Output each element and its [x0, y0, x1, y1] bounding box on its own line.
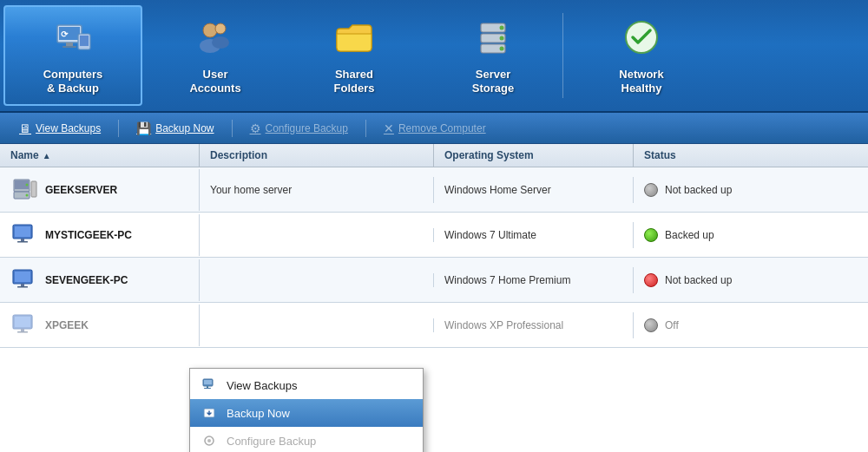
nav-shared-folders[interactable]: Shared Folders [285, 0, 424, 111]
user-accounts-icon [194, 16, 236, 61]
server-storage-icon [472, 16, 514, 61]
server-icon [10, 176, 38, 204]
context-view-backups-label: View Backups [227, 379, 297, 392]
context-configure-backup-label: Configure Backup [227, 435, 316, 448]
computers-backup-icon: ⟳ [52, 16, 94, 61]
svg-rect-35 [17, 331, 28, 333]
cell-name-mysticgeek: MYSTICGEEK-PC [0, 214, 200, 256]
svg-point-16 [500, 46, 504, 50]
computer-icon [10, 221, 38, 249]
svg-point-22 [26, 193, 29, 196]
svg-rect-31 [17, 286, 28, 288]
content-area: Name ▲ Description Operating System Stat… [0, 144, 868, 452]
context-menu-configure-backup[interactable]: Configure Backup [190, 427, 423, 452]
view-backups-icon: 🖥 [19, 121, 31, 135]
cell-desc-geekserver: Your home server [200, 177, 434, 203]
nav-computers-backup-label: Computers & Backup [43, 68, 103, 95]
sort-asc-icon: ▲ [43, 151, 51, 160]
svg-point-14 [500, 36, 504, 40]
svg-rect-23 [31, 181, 36, 197]
nav-network-healthy-label: Network Healthy [619, 68, 663, 95]
svg-rect-29 [15, 272, 30, 282]
col-status: Status [634, 144, 868, 167]
col-description: Description [200, 144, 434, 167]
computer-icon [10, 311, 38, 339]
nav-shared-folders-label: Shared Folders [334, 68, 375, 95]
svg-rect-39 [204, 388, 211, 389]
cell-status-xpgeek: Off [634, 311, 868, 339]
svg-point-21 [26, 183, 29, 186]
context-menu-backup-now[interactable]: Backup Now ↖ [190, 399, 423, 427]
svg-rect-34 [21, 329, 24, 331]
cell-desc-mysticgeek [200, 228, 434, 242]
col-os: Operating System [434, 144, 634, 167]
svg-rect-26 [21, 239, 24, 241]
status-dot-grey [644, 183, 658, 197]
cell-name-geekserver: GEEKSERVER [0, 169, 200, 211]
mysticgeek-name: MYSTICGEEK-PC [45, 229, 132, 241]
app-header: ⟳ Computers & Backup User Accounts Share… [0, 0, 868, 113]
cell-name-xpgeek: XPGEEK [0, 305, 200, 346]
table-row[interactable]: MYSTICGEEK-PC Windows 7 Ultimate Backed … [0, 213, 868, 258]
status-dot-green [644, 228, 658, 242]
svg-rect-3 [62, 46, 76, 48]
svg-rect-27 [17, 241, 28, 243]
toolbar-backup-now-btn[interactable]: 💾 Backup Now [126, 118, 224, 139]
nav-network-healthy[interactable]: Network Healthy [563, 0, 720, 111]
cell-desc-xpgeek [200, 318, 434, 332]
network-healthy-icon [621, 16, 662, 61]
toolbar-separator-3 [365, 120, 366, 137]
cell-status-mysticgeek: Backed up [634, 221, 868, 249]
toolbar-configure-backup-btn[interactable]: ⚙ Configure Backup [240, 118, 358, 139]
nav-computers-backup[interactable]: ⟳ Computers & Backup [3, 5, 142, 106]
table-row[interactable]: SEVENGEEK-PC Windows 7 Home Premium Not … [0, 258, 868, 303]
remove-computer-icon: ✕ [384, 121, 394, 135]
configure-backup-icon: ⚙ [250, 121, 261, 135]
cell-os-sevengeek: Windows 7 Home Premium [434, 267, 634, 293]
status-dot-red [644, 273, 658, 287]
svg-point-10 [212, 36, 229, 49]
svg-rect-25 [15, 226, 30, 237]
computers-table: Name ▲ Description Operating System Stat… [0, 144, 868, 348]
col-name: Name ▲ [0, 144, 200, 167]
nav-user-accounts-label: User Accounts [189, 68, 240, 95]
cell-desc-sevengeek [200, 273, 434, 287]
context-backup-now-label: Backup Now [227, 407, 290, 420]
toolbar: 🖥 View Backups 💾 Backup Now ⚙ Configure … [0, 113, 868, 144]
shared-folders-icon [333, 16, 375, 61]
context-configure-backup-icon [201, 432, 218, 449]
svg-point-9 [215, 23, 226, 34]
svg-rect-5 [80, 36, 89, 46]
table-header: Name ▲ Description Operating System Stat… [0, 144, 868, 167]
cell-os-xpgeek: Windows XP Professional [434, 312, 634, 338]
table-row[interactable]: GEEKSERVER Your home server Windows Home… [0, 167, 868, 213]
svg-point-42 [207, 439, 211, 442]
sevengeek-name: SEVENGEEK-PC [45, 274, 128, 286]
nav-server-storage[interactable]: Server Storage [424, 0, 562, 111]
context-backup-now-icon [201, 404, 218, 422]
geekserver-name: GEEKSERVER [45, 184, 117, 196]
table-row[interactable]: XPGEEK Windows XP Professional Off [0, 303, 868, 348]
svg-rect-37 [204, 380, 212, 384]
cell-os-geekserver: Windows Home Server [434, 177, 634, 203]
toolbar-view-backups-btn[interactable]: 🖥 View Backups [9, 118, 111, 139]
context-menu-view-backups[interactable]: View Backups [190, 371, 423, 399]
context-view-backups-icon [201, 377, 218, 394]
status-dot-grey [644, 318, 658, 332]
cell-name-sevengeek: SEVENGEEK-PC [0, 259, 200, 301]
backup-now-icon: 💾 [136, 121, 151, 135]
computer-icon [10, 266, 38, 294]
context-menu: View Backups Backup Now ↖ Configure B [189, 368, 424, 452]
svg-point-12 [500, 25, 504, 29]
svg-rect-30 [21, 284, 24, 286]
cell-os-mysticgeek: Windows 7 Ultimate [434, 222, 634, 248]
svg-rect-2 [66, 43, 73, 46]
svg-rect-33 [15, 317, 30, 327]
toolbar-separator-2 [232, 120, 233, 137]
toolbar-remove-computer-btn[interactable]: ✕ Remove Computer [373, 118, 496, 139]
svg-text:⟳: ⟳ [61, 29, 69, 39]
cell-status-sevengeek: Not backed up [634, 266, 868, 294]
nav-user-accounts[interactable]: User Accounts [146, 0, 285, 111]
nav-server-storage-label: Server Storage [472, 68, 514, 95]
xpgeek-name: XPGEEK [45, 319, 89, 331]
